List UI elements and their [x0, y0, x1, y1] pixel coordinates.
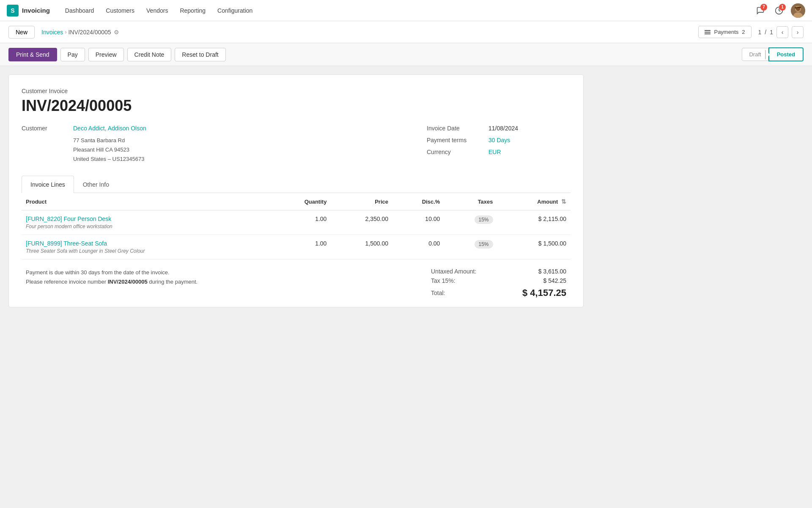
- logo-icon: S: [7, 5, 19, 17]
- invoice-table: Product Quantity Price Disc.% Taxes Amou…: [22, 193, 571, 260]
- payment-terms-label: Payment terms: [427, 137, 482, 144]
- right-section: Invoice Date 11/08/2024 Payment terms 30…: [427, 125, 571, 164]
- payment-terms-field: Payment terms 30 Days: [427, 137, 571, 144]
- preview-button[interactable]: Preview: [88, 48, 124, 61]
- address-line1: 77 Santa Barbara Rd: [73, 136, 410, 145]
- nav-configuration[interactable]: Configuration: [212, 5, 258, 17]
- tax-cell-1: 15%: [444, 210, 497, 235]
- credit-note-button[interactable]: Credit Note: [127, 48, 172, 61]
- invoice-date-field: Invoice Date 11/08/2024: [427, 125, 571, 132]
- customer-label: Customer: [22, 125, 68, 132]
- invoice-date-value: 11/08/2024: [488, 125, 518, 132]
- col-disc: Disc.%: [392, 193, 444, 210]
- table-row: [FURN_8220] Four Person Desk Four person…: [22, 210, 571, 235]
- payments-label: Payments: [714, 29, 738, 35]
- status-posted: Posted: [768, 47, 804, 61]
- total-value: $ 4,157.25: [522, 287, 566, 298]
- product-cell-2: [FURN_8999] Three-Seat Sofa Three Seater…: [22, 235, 271, 260]
- nav-links: Dashboard Customers Vendors Reporting Co…: [60, 5, 750, 17]
- price-cell-1: 2,350.00: [331, 210, 392, 235]
- customer-field: Customer Deco Addict, Addison Olson: [22, 125, 410, 132]
- footer-notes: Payment is due within 30 days from the d…: [26, 268, 422, 298]
- breadcrumb-current: INV/2024/00005 ⚙: [68, 29, 119, 36]
- reset-to-draft-button[interactable]: Reset to Draft: [175, 48, 225, 61]
- pagination-next[interactable]: ›: [792, 26, 804, 38]
- customer-section: Customer Deco Addict, Addison Olson 77 S…: [22, 125, 410, 164]
- total-row: Total: $ 4,157.25: [431, 287, 566, 298]
- breadcrumb-separator: ›: [65, 29, 66, 35]
- nav-customers[interactable]: Customers: [101, 5, 140, 17]
- tax-badge-1: 15%: [475, 215, 493, 224]
- svg-rect-6: [797, 7, 801, 8]
- invoice-card: Customer Invoice INV/2024/00005 Customer…: [8, 75, 584, 307]
- invoice-type: Customer Invoice: [22, 88, 571, 94]
- quantity-cell-2: 1.00: [271, 235, 331, 260]
- breadcrumb-parent[interactable]: Invoices: [41, 29, 63, 36]
- tab-invoice-lines[interactable]: Invoice Lines: [22, 176, 74, 193]
- address-line2: Pleasant Hill CA 94523: [73, 145, 410, 155]
- pay-button[interactable]: Pay: [60, 48, 85, 61]
- address-line3: United States – US12345673: [73, 155, 410, 164]
- product-desc-2: Three Seater Sofa with Lounger in Steel …: [26, 248, 266, 254]
- footer-note-line2: Please reference invoice number INV/2024…: [26, 277, 422, 287]
- nav-reporting[interactable]: Reporting: [175, 5, 211, 17]
- pagination-current: 1: [758, 29, 762, 36]
- pagination-total: 1: [770, 29, 773, 36]
- user-avatar[interactable]: [791, 3, 805, 18]
- col-taxes: Taxes: [444, 193, 497, 210]
- amount-cell-1: $ 2,115.00: [497, 210, 571, 235]
- payment-terms-value[interactable]: 30 Days: [488, 137, 510, 144]
- settings-icon[interactable]: ⚙: [114, 29, 119, 36]
- breadcrumb-bar: New Invoices › INV/2024/00005 ⚙ Payments…: [0, 21, 812, 43]
- payments-lines-icon: [705, 30, 710, 34]
- table-row: [FURN_8999] Three-Seat Sofa Three Seater…: [22, 235, 571, 260]
- untaxed-value: $ 3,615.00: [538, 268, 566, 275]
- invoice-number: INV/2024/00005: [22, 97, 571, 115]
- payments-count: 2: [742, 29, 745, 35]
- chat-button[interactable]: 7: [754, 4, 767, 17]
- currency-field: Currency EUR: [427, 149, 571, 155]
- print-send-button[interactable]: Print & Send: [8, 48, 57, 61]
- disc-cell-1: 10.00: [392, 210, 444, 235]
- tax-value: $ 542.25: [543, 277, 567, 284]
- payments-button[interactable]: Payments 2: [698, 26, 751, 38]
- footer-totals: Untaxed Amount: $ 3,615.00 Tax 15%: $ 54…: [431, 268, 566, 298]
- disc-cell-2: 0.00: [392, 235, 444, 260]
- total-label: Total:: [431, 290, 445, 296]
- new-button[interactable]: New: [8, 26, 35, 39]
- customer-address: 77 Santa Barbara Rd Pleasant Hill CA 945…: [22, 136, 410, 164]
- untaxed-label: Untaxed Amount:: [431, 268, 476, 275]
- col-product: Product: [22, 193, 271, 210]
- tax-label: Tax 15%:: [431, 277, 455, 284]
- pagination-prev[interactable]: ‹: [776, 26, 788, 38]
- breadcrumb-actions: Payments 2 1 / 1 ‹ ›: [698, 26, 804, 38]
- product-cell-1: [FURN_8220] Four Person Desk Four person…: [22, 210, 271, 235]
- currency-value[interactable]: EUR: [488, 149, 501, 155]
- activity-badge: 1: [779, 4, 786, 11]
- quantity-cell-1: 1.00: [271, 210, 331, 235]
- activity-button[interactable]: 1: [772, 4, 786, 17]
- chat-badge: 7: [760, 4, 767, 11]
- sort-icon[interactable]: ⇅: [561, 198, 566, 205]
- top-navigation: S Invoicing Dashboard Customers Vendors …: [0, 0, 812, 21]
- product-desc-1: Four person modern office workstation: [26, 224, 266, 229]
- price-cell-2: 1,500.00: [331, 235, 392, 260]
- product-link-2[interactable]: [FURN_8999] Three-Seat Sofa: [26, 240, 266, 247]
- col-quantity: Quantity: [271, 193, 331, 210]
- nav-vendors[interactable]: Vendors: [141, 5, 173, 17]
- footer-note-line1: Payment is due within 30 days from the d…: [26, 268, 422, 277]
- svg-rect-5: [795, 7, 797, 8]
- col-amount: Amount ⇅: [497, 193, 571, 210]
- tab-other-info[interactable]: Other Info: [74, 176, 118, 193]
- customer-name[interactable]: Deco Addict, Addison Olson: [73, 125, 146, 132]
- status-bar: Draft Posted: [742, 47, 804, 61]
- invoice-footer: Payment is due within 30 days from the d…: [22, 260, 571, 307]
- action-bar: Print & Send Pay Preview Credit Note Res…: [0, 43, 812, 66]
- product-link-1[interactable]: [FURN_8220] Four Person Desk: [26, 215, 266, 222]
- tax-badge-2: 15%: [475, 240, 493, 248]
- untaxed-row: Untaxed Amount: $ 3,615.00: [431, 268, 566, 275]
- nav-dashboard[interactable]: Dashboard: [60, 5, 99, 17]
- pagination: 1 / 1 ‹ ›: [758, 26, 804, 38]
- app-logo[interactable]: S Invoicing: [7, 5, 50, 17]
- status-draft: Draft: [742, 48, 768, 61]
